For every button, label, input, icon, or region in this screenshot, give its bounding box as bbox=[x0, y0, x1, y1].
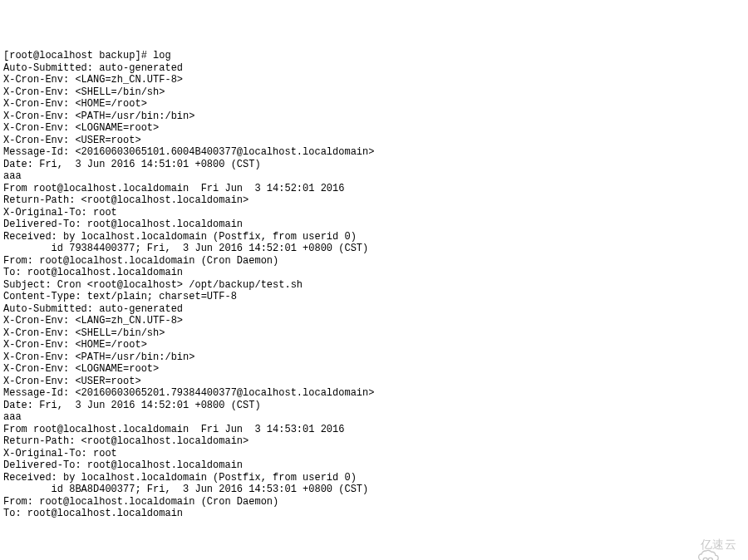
terminal-line: To: root@localhost.localdomain bbox=[3, 267, 745, 279]
terminal-line: X-Cron-Env: <LANG=zh_CN.UTF-8> bbox=[3, 315, 745, 327]
terminal-line: X-Cron-Env: <SHELL=/bin/sh> bbox=[3, 86, 745, 99]
watermark: 亿速云 bbox=[674, 537, 737, 552]
terminal-line: From: root@localhost.localdomain (Cron D… bbox=[3, 496, 745, 508]
terminal-line: Content-Type: text/plain; charset=UTF-8 bbox=[3, 291, 745, 303]
terminal-line: X-Cron-Env: <LOGNAME=root> bbox=[3, 363, 745, 376]
terminal-line: Subject: Cron <root@localhost> /opt/back… bbox=[3, 279, 745, 292]
terminal-line: aaa bbox=[3, 411, 745, 424]
terminal-line: From: root@localhost.localdomain (Cron D… bbox=[3, 255, 745, 268]
terminal-line: Auto-Submitted: auto-generated bbox=[3, 62, 745, 75]
terminal-line: id 79384400377; Fri, 3 Jun 2016 14:52:01… bbox=[3, 243, 745, 255]
terminal-line: [root@localhost backup]# log bbox=[3, 50, 745, 62]
terminal-line: Received: by localhost.localdomain (Post… bbox=[3, 231, 745, 243]
terminal-line: From root@localhost.localdomain Fri Jun … bbox=[3, 424, 745, 436]
terminal-line: From root@localhost.localdomain Fri Jun … bbox=[3, 183, 745, 195]
terminal-line: To: root@localhost.localdomain bbox=[3, 508, 745, 520]
terminal-line: Date: Fri, 3 Jun 2016 14:51:01 +0800 (CS… bbox=[3, 159, 745, 171]
terminal-line: Return-Path: <root@localhost.localdomain… bbox=[3, 435, 745, 448]
terminal-line: Auto-Submitted: auto-generated bbox=[3, 303, 745, 316]
terminal-line: X-Original-To: root bbox=[3, 207, 745, 219]
terminal-line: X-Cron-Env: <HOME=/root> bbox=[3, 339, 745, 351]
terminal-line: X-Cron-Env: <USER=root> bbox=[3, 376, 745, 388]
terminal-line: X-Cron-Env: <LANG=zh_CN.UTF-8> bbox=[3, 74, 745, 86]
terminal-line: id 8BA8D400377; Fri, 3 Jun 2016 14:53:01… bbox=[3, 484, 745, 496]
terminal-line: Date: Fri, 3 Jun 2016 14:52:01 +0800 (CS… bbox=[3, 400, 745, 412]
terminal-line: X-Cron-Env: <USER=root> bbox=[3, 135, 745, 147]
cloud-icon bbox=[674, 537, 696, 552]
terminal-line: Delivered-To: root@localhost.localdomain bbox=[3, 459, 745, 472]
terminal-line: Message-Id: <20160603065101.6004B400377@… bbox=[3, 146, 745, 159]
terminal-output: [root@localhost backup]# logAuto-Submitt… bbox=[3, 50, 745, 520]
terminal-line: aaa bbox=[3, 170, 745, 183]
terminal-line: X-Original-To: root bbox=[3, 448, 745, 460]
terminal-line: X-Cron-Env: <PATH=/usr/bin:/bin> bbox=[3, 351, 745, 364]
terminal-line: Delivered-To: root@localhost.localdomain bbox=[3, 219, 745, 231]
terminal-line: X-Cron-Env: <PATH=/usr/bin:/bin> bbox=[3, 111, 745, 123]
terminal-line: X-Cron-Env: <SHELL=/bin/sh> bbox=[3, 327, 745, 340]
terminal-line: Return-Path: <root@localhost.localdomain… bbox=[3, 194, 745, 207]
terminal-line: Received: by localhost.localdomain (Post… bbox=[3, 472, 745, 484]
terminal-line: X-Cron-Env: <HOME=/root> bbox=[3, 98, 745, 111]
terminal-line: X-Cron-Env: <LOGNAME=root> bbox=[3, 122, 745, 135]
terminal-line: Message-Id: <20160603065201.79384400377@… bbox=[3, 387, 745, 400]
